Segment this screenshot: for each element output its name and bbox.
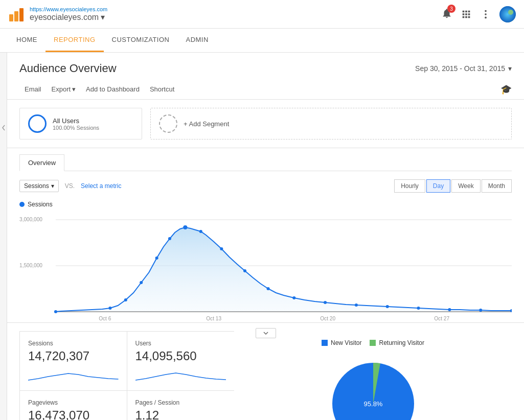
email-button[interactable]: Email [19, 83, 47, 95]
layout: Audience Overview Sep 30, 2015 - Oct 31,… [0, 53, 524, 420]
export-button[interactable]: Export ▾ [47, 83, 81, 95]
svg-point-17 [155, 256, 158, 260]
help-icon-container[interactable]: 🎓 [500, 84, 512, 95]
vs-text: VS. [65, 182, 75, 190]
svg-point-27 [386, 305, 389, 308]
svg-point-6 [499, 6, 516, 22]
add-segment-box[interactable]: + Add Segment [150, 108, 512, 139]
returning-visitor-color [370, 340, 376, 346]
svg-text:1,500,000: 1,500,000 [19, 263, 42, 268]
svg-rect-1 [14, 11, 18, 21]
svg-point-26 [355, 304, 358, 307]
stat-users-value: 14,095,560 [135, 349, 226, 363]
svg-point-20 [199, 230, 202, 233]
chart-controls-left: Sessions ▾ VS. Select a metric [19, 180, 121, 192]
segment-label: All Users [53, 117, 99, 125]
pie-chart-area: New Visitor Returning Visitor [234, 331, 512, 420]
metric-dropdown[interactable]: Sessions ▾ [19, 180, 59, 192]
time-btn-month[interactable]: Month [482, 179, 512, 193]
time-buttons: Hourly Day Week Month [394, 179, 512, 193]
overview-tabs: Overview [7, 148, 524, 171]
tab-overview[interactable]: Overview [19, 154, 64, 171]
svg-point-30 [479, 309, 482, 312]
stat-pages-per-session-value: 1.12 [135, 408, 226, 420]
svg-point-14 [108, 307, 111, 310]
page-header: Audience Overview Sep 30, 2015 - Oct 31,… [7, 53, 524, 81]
shortcut-button[interactable]: Shortcut [145, 83, 179, 95]
stat-pageviews-label: Pageviews [28, 399, 119, 406]
svg-point-21 [220, 247, 223, 250]
svg-text:95.8%: 95.8% [363, 400, 382, 408]
page-title: Audience Overview [19, 62, 117, 75]
time-btn-hourly[interactable]: Hourly [394, 179, 425, 193]
nav-reporting[interactable]: REPORTING [45, 29, 104, 52]
svg-text:Oct 6: Oct 6 [99, 316, 111, 321]
sessions-legend-label: Sessions [28, 201, 53, 208]
svg-rect-0 [9, 14, 13, 21]
site-url: https://www.eyesocialeyes.com [30, 6, 107, 12]
bell-icon-container[interactable]: 3 [441, 8, 452, 20]
main-content: Audience Overview Sep 30, 2015 - Oct 31,… [7, 53, 524, 420]
svg-point-23 [267, 287, 270, 290]
svg-text:Oct 13: Oct 13 [206, 316, 221, 321]
stat-pages-per-session: Pages / Session 1.12 [127, 391, 235, 420]
chart-legend: Sessions [19, 201, 512, 208]
svg-text:Oct 20: Oct 20 [320, 316, 335, 321]
top-bar: https://www.eyesocialeyes.com eyesociale… [0, 0, 524, 29]
stat-pageviews-value: 16,473,070 [28, 408, 119, 420]
svg-text:3,000,000: 3,000,000 [19, 217, 42, 222]
segment-circle [28, 114, 47, 133]
svg-point-16 [140, 281, 143, 284]
chart-expand-handle[interactable] [19, 328, 512, 338]
date-range-picker[interactable]: Sep 30, 2015 - Oct 31, 2015 ▾ [415, 64, 512, 73]
top-bar-right: 3 [441, 6, 516, 22]
sidebar-arrow-icon [2, 124, 6, 131]
svg-rect-2 [19, 8, 24, 21]
sidebar-toggle[interactable] [0, 53, 7, 420]
add-to-dashboard-button[interactable]: Add to Dashboard [81, 83, 145, 95]
pie-chart: 95.8% [322, 353, 424, 420]
chart-controls: Sessions ▾ VS. Select a metric Hourly Da… [19, 179, 512, 193]
site-dropdown-arrow[interactable]: ▾ [101, 12, 105, 22]
svg-text:Oct 27: Oct 27 [434, 316, 449, 321]
site-name: eyesocialeyes.com ▾ [30, 12, 107, 22]
grid-icon[interactable] [461, 9, 472, 20]
svg-point-5 [485, 16, 487, 18]
time-btn-week[interactable]: Week [451, 179, 480, 193]
new-visitor-legend: New Visitor [322, 339, 361, 346]
svg-point-28 [417, 307, 420, 310]
site-info: https://www.eyesocialeyes.com eyesociale… [30, 6, 107, 22]
nav-customization[interactable]: CUSTOMIZATION [104, 29, 178, 52]
users-sparkline [135, 367, 226, 383]
svg-point-13 [54, 310, 57, 313]
nav-admin[interactable]: ADMIN [177, 29, 216, 52]
svg-point-19 [183, 225, 187, 229]
add-segment-circle [159, 114, 177, 133]
time-btn-day[interactable]: Day [426, 179, 450, 193]
svg-point-29 [448, 308, 451, 311]
svg-point-25 [324, 301, 327, 304]
top-bar-left: https://www.eyesocialeyes.com eyesociale… [8, 6, 107, 22]
select-metric[interactable]: Select a metric [81, 182, 121, 190]
toolbar: Email Export ▾ Add to Dashboard Shortcut… [7, 81, 524, 100]
segments-row: All Users 100.00% Sessions + Add Segment [7, 100, 524, 148]
svg-point-18 [168, 237, 171, 240]
stat-pages-per-session-label: Pages / Session [135, 399, 226, 406]
sessions-legend-dot [19, 202, 25, 207]
date-range-arrow: ▾ [508, 64, 512, 73]
more-icon[interactable] [480, 9, 491, 20]
svg-point-22 [243, 269, 246, 272]
returning-visitor-label: Returning Visitor [379, 339, 424, 346]
sessions-chart: 3,000,000 1,500,000 [19, 212, 512, 324]
profile-icon[interactable] [499, 6, 516, 22]
new-visitor-color [322, 340, 328, 346]
svg-point-7 [508, 10, 513, 15]
svg-point-3 [485, 10, 487, 12]
pie-legend: New Visitor Returning Visitor [322, 339, 424, 346]
sessions-sparkline [28, 367, 119, 383]
nav-home[interactable]: HOME [8, 29, 45, 52]
stat-users-label: Users [135, 340, 226, 347]
stats-grid: Sessions 14,720,307 Users 14,095,560 Pag… [19, 331, 234, 420]
stat-users: Users 14,095,560 [127, 332, 235, 391]
stat-pageviews: Pageviews 16,473,070 [20, 391, 127, 420]
